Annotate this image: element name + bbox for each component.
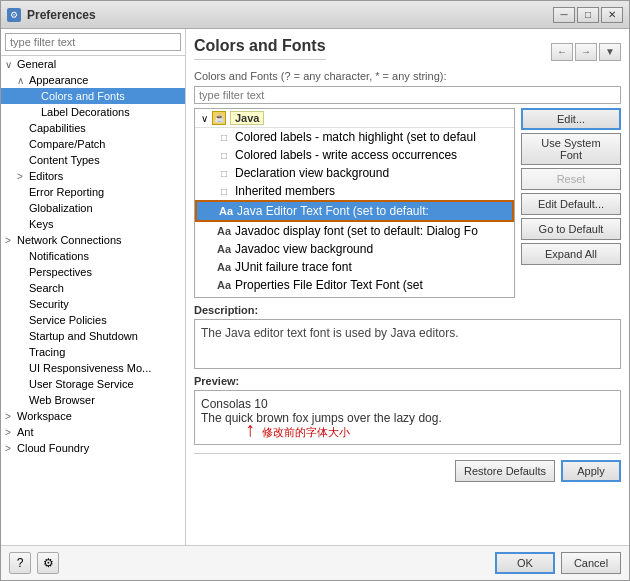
- sidebar-item-security[interactable]: Security: [1, 296, 185, 312]
- sidebar-item-startup[interactable]: Startup and Shutdown: [1, 328, 185, 344]
- sidebar-item-service-policies[interactable]: Service Policies: [1, 312, 185, 328]
- minimize-button[interactable]: ─: [553, 7, 575, 23]
- aa-icon-3: Aa: [217, 242, 231, 256]
- sidebar-item-compare[interactable]: Compare/Patch: [1, 136, 185, 152]
- reset-button: Reset: [521, 168, 621, 190]
- tree-arrow-error: [17, 187, 29, 198]
- sidebar-item-ant[interactable]: > Ant: [1, 424, 185, 440]
- tree-arrow-content: [17, 155, 29, 166]
- sidebar-label-web-browser: Web Browser: [29, 394, 95, 406]
- sidebar-tree[interactable]: ∨ General ∧ Appearance Colors and Fonts …: [1, 56, 185, 545]
- cancel-button[interactable]: Cancel: [561, 552, 621, 574]
- bottom-left-buttons: ? ⚙: [9, 552, 59, 574]
- java-folder-icon: ☕: [212, 111, 226, 125]
- font-list-label-colored-write: Colored labels - write access occurrence…: [235, 148, 457, 162]
- edit-button[interactable]: Edit...: [521, 108, 621, 130]
- tree-arrow-cloud: >: [5, 443, 17, 454]
- sidebar-item-appearance[interactable]: ∧ Appearance: [1, 72, 185, 88]
- font-list-item-declaration[interactable]: □ Declaration view background: [195, 164, 514, 182]
- sidebar-item-network[interactable]: > Network Connections: [1, 232, 185, 248]
- tree-arrow-colors: [29, 91, 41, 102]
- preview-section: Preview: Consolas 10 The quick brown fox…: [194, 375, 621, 445]
- aa-icon-2: Aa: [217, 224, 231, 238]
- sidebar-item-cloud-foundry[interactable]: > Cloud Foundry: [1, 440, 185, 456]
- sidebar-item-general[interactable]: ∨ General: [1, 56, 185, 72]
- sidebar-label-colors-fonts: Colors and Fonts: [41, 90, 125, 102]
- annotation-group: ↑ 修改前的字体大小: [245, 419, 350, 440]
- window-icon: ⚙: [7, 8, 21, 22]
- tree-arrow-ui: [17, 363, 29, 374]
- sidebar-item-keys[interactable]: Keys: [1, 216, 185, 232]
- help-button[interactable]: ?: [9, 552, 31, 574]
- sidebar-item-editors[interactable]: > Editors: [1, 168, 185, 184]
- sidebar-item-content-types[interactable]: Content Types: [1, 152, 185, 168]
- sidebar-item-label-decorations[interactable]: Label Decorations: [1, 104, 185, 120]
- box-icon-3: □: [217, 166, 231, 180]
- close-button[interactable]: ✕: [601, 7, 623, 23]
- ok-button[interactable]: OK: [495, 552, 555, 574]
- sidebar-label-security: Security: [29, 298, 69, 310]
- font-list-item-junit[interactable]: Aa JUnit failure trace font: [195, 258, 514, 276]
- back-button[interactable]: ←: [551, 43, 573, 61]
- tree-arrow-user-storage: [17, 379, 29, 390]
- sidebar-item-perspectives[interactable]: Perspectives: [1, 264, 185, 280]
- sidebar-item-workspace[interactable]: > Workspace: [1, 408, 185, 424]
- sidebar-item-ui-resp[interactable]: UI Responsiveness Mo...: [1, 360, 185, 376]
- go-to-default-button[interactable]: Go to Default: [521, 218, 621, 240]
- sidebar-label-appearance: Appearance: [29, 74, 88, 86]
- sidebar-item-capabilities[interactable]: Capabilities: [1, 120, 185, 136]
- sidebar-label-label-decorations: Label Decorations: [41, 106, 130, 118]
- expand-all-button[interactable]: Expand All: [521, 243, 621, 265]
- tree-arrow-notif: [17, 251, 29, 262]
- dropdown-button[interactable]: ▼: [599, 43, 621, 61]
- annotation-arrow-icon: ↑: [245, 418, 255, 440]
- sidebar-filter-area: [1, 29, 185, 56]
- sidebar-item-search[interactable]: Search: [1, 280, 185, 296]
- sidebar-item-notifications[interactable]: Notifications: [1, 248, 185, 264]
- description-section: Description: The Java editor text font i…: [194, 304, 621, 369]
- preferences-window: ⚙ Preferences ─ □ ✕ ∨ General ∧ Appearan…: [0, 0, 630, 581]
- font-list-item-javadoc-display[interactable]: Aa Javadoc display font (set to default:…: [195, 222, 514, 240]
- tree-arrow-appearance: ∧: [17, 75, 29, 86]
- sidebar-item-error-reporting[interactable]: Error Reporting: [1, 184, 185, 200]
- font-list-item-javadoc-view[interactable]: Aa Javadoc view background: [195, 240, 514, 258]
- font-list-label-javadoc-view: Javadoc view background: [235, 242, 373, 256]
- font-list-label-javadoc-display: Javadoc display font (set to default: Di…: [235, 224, 478, 238]
- bottom-right-buttons: OK Cancel: [495, 552, 621, 574]
- tree-arrow-startup: [17, 331, 29, 342]
- sidebar-label-content-types: Content Types: [29, 154, 100, 166]
- sidebar-item-tracing[interactable]: Tracing: [1, 344, 185, 360]
- sidebar-item-globalization[interactable]: Globalization: [1, 200, 185, 216]
- box-icon-4: □: [217, 184, 231, 198]
- annotation-text: 修改前的字体大小: [262, 426, 350, 438]
- use-system-font-button[interactable]: Use System Font: [521, 133, 621, 165]
- settings-icon-button[interactable]: ⚙: [37, 552, 59, 574]
- apply-button[interactable]: Apply: [561, 460, 621, 482]
- font-filter-input[interactable]: [194, 86, 621, 104]
- main-panel: Colors and Fonts ← → ▼ Colors and Fonts …: [186, 29, 629, 545]
- description-label: Description:: [194, 304, 621, 316]
- font-list-item-colored-match[interactable]: □ Colored labels - match highlight (set …: [195, 128, 514, 146]
- sidebar-label-ui-resp: UI Responsiveness Mo...: [29, 362, 151, 374]
- button-group: Edit... Use System Font Reset Edit Defau…: [521, 108, 621, 298]
- sidebar-label-tracing: Tracing: [29, 346, 65, 358]
- restore-defaults-button[interactable]: Restore Defaults: [455, 460, 555, 482]
- sidebar-item-colors-fonts[interactable]: Colors and Fonts: [1, 88, 185, 104]
- sidebar-item-web-browser[interactable]: Web Browser: [1, 392, 185, 408]
- font-list-item-properties[interactable]: Aa Properties File Editor Text Font (set: [195, 276, 514, 294]
- sidebar-label-service-policies: Service Policies: [29, 314, 107, 326]
- font-list[interactable]: ∨ ☕ Java □ Colored labels - match highli…: [194, 108, 515, 298]
- sidebar-label-search: Search: [29, 282, 64, 294]
- font-list-item-java-editor[interactable]: Aa Java Editor Text Font (set to default…: [195, 200, 514, 222]
- font-list-item-colored-write[interactable]: □ Colored labels - write access occurren…: [195, 146, 514, 164]
- font-list-item-inherited[interactable]: □ Inherited members: [195, 182, 514, 200]
- sidebar-label-startup: Startup and Shutdown: [29, 330, 138, 342]
- java-group-header[interactable]: ∨ ☕ Java: [195, 109, 514, 128]
- sidebar-label-general: General: [17, 58, 56, 70]
- edit-default-button[interactable]: Edit Default...: [521, 193, 621, 215]
- sidebar-item-user-storage[interactable]: User Storage Service: [1, 376, 185, 392]
- forward-button[interactable]: →: [575, 43, 597, 61]
- sidebar-filter-input[interactable]: [5, 33, 181, 51]
- maximize-button[interactable]: □: [577, 7, 599, 23]
- tree-arrow-editors: >: [17, 171, 29, 182]
